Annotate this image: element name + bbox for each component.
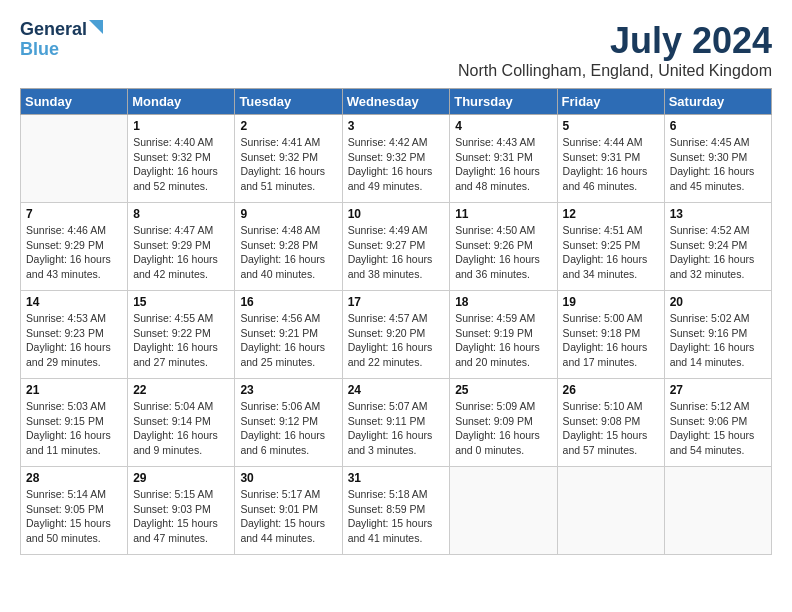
calendar-cell: 9Sunrise: 4:48 AM Sunset: 9:28 PM Daylig… bbox=[235, 203, 342, 291]
day-info: Sunrise: 4:53 AM Sunset: 9:23 PM Dayligh… bbox=[26, 311, 122, 370]
day-info: Sunrise: 4:48 AM Sunset: 9:28 PM Dayligh… bbox=[240, 223, 336, 282]
header-monday: Monday bbox=[128, 89, 235, 115]
day-number: 23 bbox=[240, 383, 336, 397]
header-wednesday: Wednesday bbox=[342, 89, 450, 115]
header-saturday: Saturday bbox=[664, 89, 771, 115]
day-info: Sunrise: 4:51 AM Sunset: 9:25 PM Dayligh… bbox=[563, 223, 659, 282]
calendar-cell: 6Sunrise: 4:45 AM Sunset: 9:30 PM Daylig… bbox=[664, 115, 771, 203]
day-info: Sunrise: 5:03 AM Sunset: 9:15 PM Dayligh… bbox=[26, 399, 122, 458]
day-number: 20 bbox=[670, 295, 766, 309]
day-info: Sunrise: 5:09 AM Sunset: 9:09 PM Dayligh… bbox=[455, 399, 551, 458]
day-info: Sunrise: 4:42 AM Sunset: 9:32 PM Dayligh… bbox=[348, 135, 445, 194]
day-number: 5 bbox=[563, 119, 659, 133]
day-number: 9 bbox=[240, 207, 336, 221]
day-number: 13 bbox=[670, 207, 766, 221]
page-header: GeneralBlue July 2024 North Collingham, … bbox=[20, 20, 772, 80]
calendar-header-row: SundayMondayTuesdayWednesdayThursdayFrid… bbox=[21, 89, 772, 115]
day-number: 1 bbox=[133, 119, 229, 133]
day-info: Sunrise: 5:10 AM Sunset: 9:08 PM Dayligh… bbox=[563, 399, 659, 458]
day-info: Sunrise: 5:12 AM Sunset: 9:06 PM Dayligh… bbox=[670, 399, 766, 458]
week-row-1: 1Sunrise: 4:40 AM Sunset: 9:32 PM Daylig… bbox=[21, 115, 772, 203]
day-number: 16 bbox=[240, 295, 336, 309]
day-info: Sunrise: 4:57 AM Sunset: 9:20 PM Dayligh… bbox=[348, 311, 445, 370]
day-info: Sunrise: 4:41 AM Sunset: 9:32 PM Dayligh… bbox=[240, 135, 336, 194]
calendar-cell: 18Sunrise: 4:59 AM Sunset: 9:19 PM Dayli… bbox=[450, 291, 557, 379]
day-info: Sunrise: 5:18 AM Sunset: 8:59 PM Dayligh… bbox=[348, 487, 445, 546]
day-info: Sunrise: 4:49 AM Sunset: 9:27 PM Dayligh… bbox=[348, 223, 445, 282]
day-info: Sunrise: 4:50 AM Sunset: 9:26 PM Dayligh… bbox=[455, 223, 551, 282]
location-subtitle: North Collingham, England, United Kingdo… bbox=[458, 62, 772, 80]
calendar-cell: 17Sunrise: 4:57 AM Sunset: 9:20 PM Dayli… bbox=[342, 291, 450, 379]
header-friday: Friday bbox=[557, 89, 664, 115]
day-number: 15 bbox=[133, 295, 229, 309]
day-info: Sunrise: 5:15 AM Sunset: 9:03 PM Dayligh… bbox=[133, 487, 229, 546]
day-number: 24 bbox=[348, 383, 445, 397]
day-number: 14 bbox=[26, 295, 122, 309]
week-row-5: 28Sunrise: 5:14 AM Sunset: 9:05 PM Dayli… bbox=[21, 467, 772, 555]
title-section: July 2024 North Collingham, England, Uni… bbox=[458, 20, 772, 80]
day-info: Sunrise: 5:06 AM Sunset: 9:12 PM Dayligh… bbox=[240, 399, 336, 458]
day-info: Sunrise: 4:55 AM Sunset: 9:22 PM Dayligh… bbox=[133, 311, 229, 370]
calendar-cell: 11Sunrise: 4:50 AM Sunset: 9:26 PM Dayli… bbox=[450, 203, 557, 291]
calendar-cell: 7Sunrise: 4:46 AM Sunset: 9:29 PM Daylig… bbox=[21, 203, 128, 291]
calendar-cell: 3Sunrise: 4:42 AM Sunset: 9:32 PM Daylig… bbox=[342, 115, 450, 203]
calendar-table: SundayMondayTuesdayWednesdayThursdayFrid… bbox=[20, 88, 772, 555]
week-row-4: 21Sunrise: 5:03 AM Sunset: 9:15 PM Dayli… bbox=[21, 379, 772, 467]
calendar-cell: 20Sunrise: 5:02 AM Sunset: 9:16 PM Dayli… bbox=[664, 291, 771, 379]
week-row-2: 7Sunrise: 4:46 AM Sunset: 9:29 PM Daylig… bbox=[21, 203, 772, 291]
day-info: Sunrise: 4:45 AM Sunset: 9:30 PM Dayligh… bbox=[670, 135, 766, 194]
calendar-cell bbox=[557, 467, 664, 555]
day-number: 3 bbox=[348, 119, 445, 133]
calendar-cell: 23Sunrise: 5:06 AM Sunset: 9:12 PM Dayli… bbox=[235, 379, 342, 467]
day-number: 8 bbox=[133, 207, 229, 221]
header-tuesday: Tuesday bbox=[235, 89, 342, 115]
day-info: Sunrise: 4:47 AM Sunset: 9:29 PM Dayligh… bbox=[133, 223, 229, 282]
calendar-cell: 15Sunrise: 4:55 AM Sunset: 9:22 PM Dayli… bbox=[128, 291, 235, 379]
day-info: Sunrise: 4:56 AM Sunset: 9:21 PM Dayligh… bbox=[240, 311, 336, 370]
calendar-cell: 29Sunrise: 5:15 AM Sunset: 9:03 PM Dayli… bbox=[128, 467, 235, 555]
header-thursday: Thursday bbox=[450, 89, 557, 115]
day-info: Sunrise: 4:40 AM Sunset: 9:32 PM Dayligh… bbox=[133, 135, 229, 194]
day-info: Sunrise: 4:52 AM Sunset: 9:24 PM Dayligh… bbox=[670, 223, 766, 282]
calendar-cell: 21Sunrise: 5:03 AM Sunset: 9:15 PM Dayli… bbox=[21, 379, 128, 467]
day-info: Sunrise: 5:04 AM Sunset: 9:14 PM Dayligh… bbox=[133, 399, 229, 458]
calendar-cell: 12Sunrise: 4:51 AM Sunset: 9:25 PM Dayli… bbox=[557, 203, 664, 291]
day-number: 31 bbox=[348, 471, 445, 485]
day-number: 27 bbox=[670, 383, 766, 397]
calendar-cell: 5Sunrise: 4:44 AM Sunset: 9:31 PM Daylig… bbox=[557, 115, 664, 203]
calendar-cell: 27Sunrise: 5:12 AM Sunset: 9:06 PM Dayli… bbox=[664, 379, 771, 467]
calendar-cell: 8Sunrise: 4:47 AM Sunset: 9:29 PM Daylig… bbox=[128, 203, 235, 291]
calendar-cell: 13Sunrise: 4:52 AM Sunset: 9:24 PM Dayli… bbox=[664, 203, 771, 291]
week-row-3: 14Sunrise: 4:53 AM Sunset: 9:23 PM Dayli… bbox=[21, 291, 772, 379]
month-year-title: July 2024 bbox=[458, 20, 772, 62]
day-number: 11 bbox=[455, 207, 551, 221]
calendar-cell: 10Sunrise: 4:49 AM Sunset: 9:27 PM Dayli… bbox=[342, 203, 450, 291]
day-number: 7 bbox=[26, 207, 122, 221]
calendar-cell: 16Sunrise: 4:56 AM Sunset: 9:21 PM Dayli… bbox=[235, 291, 342, 379]
calendar-cell bbox=[450, 467, 557, 555]
day-info: Sunrise: 5:00 AM Sunset: 9:18 PM Dayligh… bbox=[563, 311, 659, 370]
day-info: Sunrise: 4:46 AM Sunset: 9:29 PM Dayligh… bbox=[26, 223, 122, 282]
day-info: Sunrise: 4:44 AM Sunset: 9:31 PM Dayligh… bbox=[563, 135, 659, 194]
day-number: 28 bbox=[26, 471, 122, 485]
calendar-cell: 30Sunrise: 5:17 AM Sunset: 9:01 PM Dayli… bbox=[235, 467, 342, 555]
calendar-cell: 4Sunrise: 4:43 AM Sunset: 9:31 PM Daylig… bbox=[450, 115, 557, 203]
day-number: 29 bbox=[133, 471, 229, 485]
calendar-cell bbox=[664, 467, 771, 555]
calendar-cell: 28Sunrise: 5:14 AM Sunset: 9:05 PM Dayli… bbox=[21, 467, 128, 555]
day-info: Sunrise: 4:43 AM Sunset: 9:31 PM Dayligh… bbox=[455, 135, 551, 194]
calendar-cell: 24Sunrise: 5:07 AM Sunset: 9:11 PM Dayli… bbox=[342, 379, 450, 467]
day-number: 2 bbox=[240, 119, 336, 133]
day-number: 25 bbox=[455, 383, 551, 397]
day-number: 18 bbox=[455, 295, 551, 309]
day-number: 22 bbox=[133, 383, 229, 397]
day-number: 12 bbox=[563, 207, 659, 221]
calendar-cell: 2Sunrise: 4:41 AM Sunset: 9:32 PM Daylig… bbox=[235, 115, 342, 203]
day-info: Sunrise: 5:14 AM Sunset: 9:05 PM Dayligh… bbox=[26, 487, 122, 546]
day-number: 26 bbox=[563, 383, 659, 397]
day-info: Sunrise: 5:02 AM Sunset: 9:16 PM Dayligh… bbox=[670, 311, 766, 370]
logo: GeneralBlue bbox=[20, 20, 87, 60]
calendar-cell: 25Sunrise: 5:09 AM Sunset: 9:09 PM Dayli… bbox=[450, 379, 557, 467]
day-info: Sunrise: 5:07 AM Sunset: 9:11 PM Dayligh… bbox=[348, 399, 445, 458]
day-number: 19 bbox=[563, 295, 659, 309]
